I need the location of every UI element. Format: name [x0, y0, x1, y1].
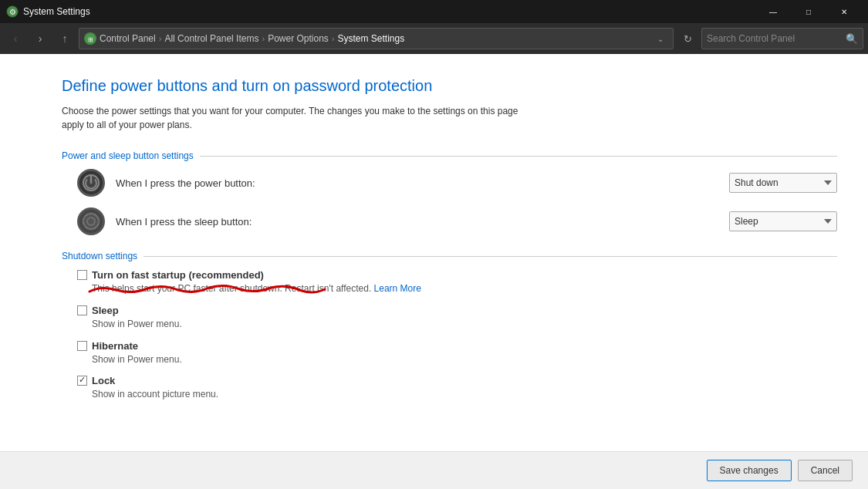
hibernate-label-row: Hibernate: [77, 340, 837, 352]
forward-button[interactable]: ›: [29, 28, 51, 49]
lock-subtext: Show in account picture menu.: [92, 388, 837, 401]
app-icon: ⚙: [6, 5, 19, 18]
main-content: Define power buttons and turn on passwor…: [0, 54, 868, 489]
close-button[interactable]: ✕: [826, 0, 862, 23]
power-section: Power and sleep button settings When I p…: [62, 150, 837, 235]
sleep-checkbox-row: Sleep Show in Power menu.: [77, 305, 837, 331]
sleep-icon: [77, 207, 105, 235]
fast-startup-row: Turn on fast startup (recommended) This …: [77, 269, 837, 295]
minimize-button[interactable]: —: [755, 0, 791, 23]
sleep-checkbox[interactable]: [77, 305, 87, 315]
sleep-label: Sleep: [92, 305, 119, 316]
sleep-subtext: Show in Power menu.: [92, 318, 837, 331]
svg-text:⚙: ⚙: [9, 8, 16, 16]
title-bar: ⚙ System Settings — □ ✕: [0, 0, 868, 23]
sleep-button-icon: [77, 207, 105, 235]
power-section-title: Power and sleep button settings: [62, 150, 194, 161]
shutdown-section: Shutdown settings Turn on fast startup (…: [62, 251, 837, 401]
cancel-button[interactable]: Cancel: [798, 460, 853, 481]
back-button[interactable]: ‹: [5, 28, 26, 49]
footer: Save changes Cancel: [0, 451, 868, 489]
breadcrumb-icon: ⊞: [84, 32, 96, 45]
breadcrumb-dropdown-button[interactable]: ⌄: [653, 33, 668, 45]
window-controls: — □ ✕: [755, 0, 862, 23]
sleep-label-row: Sleep: [77, 305, 837, 316]
fast-startup-label-row: Turn on fast startup (recommended): [77, 269, 837, 281]
breadcrumb-sep-1: ›: [159, 34, 162, 43]
page-description: Choose the power settings that you want …: [62, 104, 525, 132]
save-changes-button[interactable]: Save changes: [707, 460, 792, 481]
breadcrumb-power-options[interactable]: Power Options: [268, 33, 329, 44]
power-button-icon: [77, 169, 105, 197]
shutdown-section-title: Shutdown settings: [62, 251, 137, 261]
hibernate-label: Hibernate: [92, 340, 138, 352]
hibernate-checkbox[interactable]: [77, 341, 87, 351]
search-icon[interactable]: 🔍: [846, 33, 858, 45]
svg-text:⊞: ⊞: [88, 36, 93, 43]
sleep-button-dropdown[interactable]: Sleep Do nothing Hibernate Shut down Tur…: [729, 211, 837, 231]
breadcrumb-all-items[interactable]: All Control Panel Items: [164, 33, 258, 44]
fast-startup-checkbox[interactable]: [77, 270, 87, 280]
power-button-row: When I press the power button: Shut down…: [77, 169, 837, 197]
search-bar: 🔍: [701, 28, 863, 49]
breadcrumb-control-panel[interactable]: Control Panel: [100, 33, 156, 44]
shutdown-section-divider: [144, 256, 837, 257]
shutdown-section-header: Shutdown settings: [62, 251, 837, 261]
refresh-button[interactable]: ↻: [677, 28, 698, 49]
content-area: Define power buttons and turn on passwor…: [0, 54, 868, 451]
lock-label-row: Lock: [77, 375, 837, 386]
fast-startup-subtext: This helps start your PC faster after sh…: [92, 282, 837, 295]
hibernate-subtext: Show in Power menu.: [92, 353, 837, 366]
sleep-button-label: When I press the sleep button:: [116, 216, 729, 228]
power-button-label: When I press the power button:: [116, 177, 729, 189]
fast-startup-learn-more[interactable]: Learn More: [374, 283, 421, 294]
section-divider: [200, 156, 837, 157]
maximize-button[interactable]: □: [791, 0, 826, 23]
fast-startup-description: This helps start your PC faster after sh…: [92, 283, 374, 294]
lock-row: Lock Show in account picture menu.: [77, 375, 837, 401]
power-icon: [77, 169, 105, 197]
breadcrumb-sep-3: ›: [332, 34, 335, 43]
page-title: Define power buttons and turn on passwor…: [62, 77, 837, 95]
power-section-header: Power and sleep button settings: [62, 150, 837, 161]
breadcrumb-sep-2: ›: [262, 34, 265, 43]
fast-startup-label: Turn on fast startup (recommended): [92, 269, 264, 281]
up-button[interactable]: ↑: [54, 28, 76, 49]
search-input[interactable]: [707, 33, 846, 44]
hibernate-row: Hibernate Show in Power menu.: [77, 340, 837, 366]
power-button-dropdown[interactable]: Shut down Do nothing Sleep Hibernate Tur…: [729, 173, 837, 193]
window-title: System Settings: [23, 6, 755, 17]
breadcrumb-bar: ⊞ Control Panel › All Control Panel Item…: [79, 28, 674, 49]
sleep-button-row: When I press the sleep button: Sleep Do …: [77, 207, 837, 235]
lock-checkbox[interactable]: [77, 376, 87, 386]
breadcrumb-system-settings: System Settings: [338, 33, 405, 44]
nav-bar: ‹ › ↑ ⊞ Control Panel › All Control Pane…: [0, 23, 868, 54]
svg-point-7: [87, 218, 95, 225]
lock-label: Lock: [92, 375, 115, 386]
